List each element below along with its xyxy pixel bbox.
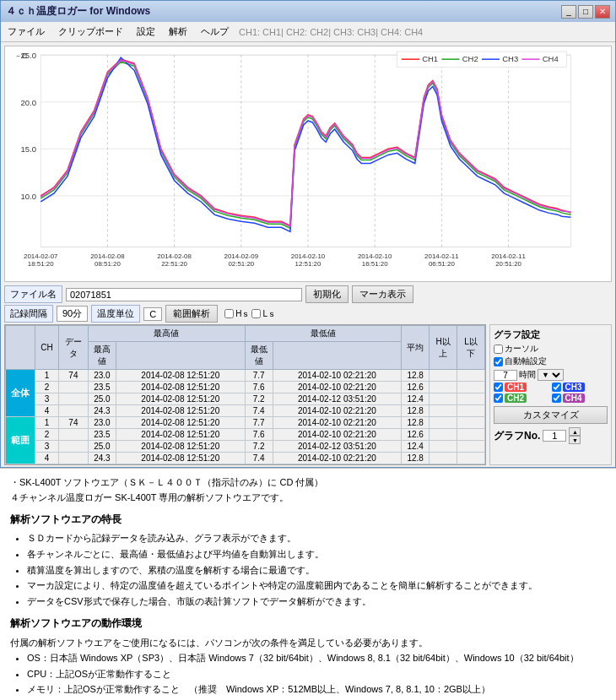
minimize-button[interactable]: _ <box>561 5 576 19</box>
menu-help[interactable]: ヘルプ <box>197 24 232 40</box>
ch-cell: 1 <box>35 370 59 382</box>
max-date-cell: 2014-02-08 12:51:20 <box>116 453 245 464</box>
svg-text:CH1: CH1 <box>422 55 438 63</box>
avg-cell: 12.6 <box>402 429 430 441</box>
max-col-header: 最高値 <box>89 326 246 342</box>
max-val-cell: 25.0 <box>89 441 116 453</box>
product-line1: ・SK-L400T ソフトウエア（ＳＫ－Ｌ４００Ｔ（指示計のみ）に CD 付属） <box>10 475 606 491</box>
ch2-checkbox[interactable] <box>494 393 503 403</box>
cursor-checkbox[interactable] <box>494 345 503 354</box>
max-date-header <box>116 342 245 370</box>
ch3-checkbox[interactable] <box>552 383 561 392</box>
graph-no-spinners[interactable]: ▲ ▼ <box>569 427 581 444</box>
analysis-button[interactable]: 範囲解析 <box>165 305 218 323</box>
h-label: Hｓ <box>235 308 250 320</box>
svg-text:2014-02-07: 2014-02-07 <box>24 252 58 260</box>
customize-button[interactable]: カスタマイズ <box>494 406 608 424</box>
features-list: ＳＤカードから記録データを読み込み、グラフ表示ができます。 各チャンネルごとに、… <box>27 531 606 609</box>
l-cell <box>457 382 485 393</box>
main-app: ファイル クリップボード 設定 解析 ヘルプ CH1: CH1| CH2: CH… <box>0 22 616 468</box>
hs-checkbox[interactable] <box>224 309 234 318</box>
svg-text:12:51:20: 12:51:20 <box>295 260 322 268</box>
interval-label: 記録間隔 <box>10 307 47 320</box>
data-cell <box>58 441 88 453</box>
cursor-row: カーソル <box>494 343 608 355</box>
menu-analysis[interactable]: 解析 <box>165 24 191 40</box>
data-cell <box>58 393 88 405</box>
auto-axis-checkbox[interactable] <box>494 357 503 366</box>
cursor-label: カーソル <box>505 343 538 355</box>
avg-col-header: 平均 <box>402 326 430 370</box>
h-cell <box>430 429 457 441</box>
h-cell <box>430 441 457 453</box>
menu-settings[interactable]: 設定 <box>133 24 159 40</box>
svg-text:10.0: 10.0 <box>20 193 35 201</box>
graph-no-up[interactable]: ▲ <box>569 427 581 436</box>
svg-text:06:51:20: 06:51:20 <box>429 260 455 268</box>
l-label: Lｓ <box>262 308 276 320</box>
data-cell <box>58 429 88 441</box>
window-controls[interactable]: _ □ ✕ <box>561 5 610 19</box>
graph-no-input[interactable] <box>543 430 566 442</box>
menu-clipboard[interactable]: クリップボード <box>55 24 127 40</box>
svg-text:CH3: CH3 <box>502 55 518 63</box>
maximize-button[interactable]: □ <box>578 5 593 19</box>
svg-text:18:51:20: 18:51:20 <box>28 260 54 268</box>
file-input[interactable] <box>66 288 302 301</box>
ch3-row: CH3 <box>552 383 608 392</box>
ch1-badge: CH1 <box>505 383 527 392</box>
max-val-cell: 24.3 <box>89 405 116 417</box>
ch-cell: 1 <box>35 417 59 429</box>
l-cell <box>457 429 485 441</box>
h-cell <box>430 393 457 405</box>
min-val-header: 最低値 <box>245 342 273 370</box>
menu-file[interactable]: ファイル <box>4 24 48 40</box>
avg-cell: 12.8 <box>402 417 430 429</box>
max-val-cell: 23.0 <box>89 417 116 429</box>
close-button[interactable]: ✕ <box>595 5 610 19</box>
init-button[interactable]: 初期化 <box>305 285 349 303</box>
svg-text:2014-02-10: 2014-02-10 <box>358 252 392 260</box>
svg-text:2014-02-11: 2014-02-11 <box>491 252 526 260</box>
chart-area: 25.0 －C 20.0 15.0 10.0 2014-02-07 18:51:… <box>4 46 612 282</box>
file-label: ファイル名 <box>10 288 57 301</box>
max-val-cell: 23.5 <box>89 382 116 393</box>
data-cell <box>58 382 88 393</box>
ch1-checkbox[interactable] <box>494 383 503 392</box>
svg-rect-1 <box>41 55 570 247</box>
ch4-checkbox[interactable] <box>552 393 561 403</box>
section-cell: 範囲 <box>6 417 35 464</box>
max-val-cell: 23.5 <box>89 429 116 441</box>
h-cell <box>430 417 457 429</box>
hours-input[interactable] <box>494 370 517 381</box>
max-date-cell: 2014-02-08 12:51:20 <box>116 441 245 453</box>
l-cell <box>457 405 485 417</box>
ls-checkbox[interactable] <box>251 309 261 318</box>
ch-cell: 2 <box>35 429 59 441</box>
min-date-cell: 2014-02-10 02:21:20 <box>273 429 402 441</box>
ch-cell: 3 <box>35 393 59 405</box>
interval-value: 90分 <box>57 306 88 322</box>
svg-text:CH4: CH4 <box>543 55 559 63</box>
channel-info: CH1: CH1| CH2: CH2| CH3: CH3| CH4: CH4 <box>239 27 423 37</box>
graph-no-down[interactable]: ▼ <box>569 436 581 444</box>
hours-select[interactable]: ▼ <box>538 369 564 381</box>
min-col-header: 最低値 <box>245 326 402 342</box>
window-titlebar: ４ｃｈ温度ロガー for Windows _ □ ✕ <box>0 0 616 22</box>
svg-text:08:51:20: 08:51:20 <box>95 260 121 268</box>
ch-checkboxes: CH1 CH3 CH2 CH4 <box>494 383 608 403</box>
chart-svg: 25.0 －C 20.0 15.0 10.0 2014-02-07 18:51:… <box>5 46 611 281</box>
svg-text:22:51:20: 22:51:20 <box>161 260 187 268</box>
feature-5: データをCSV形式で保存した場合、市販の表計算ソフトでデータ解析ができます。 <box>27 594 606 610</box>
min-val-cell: 7.4 <box>245 405 273 417</box>
h-cell <box>430 382 457 393</box>
min-val-cell: 7.6 <box>245 429 273 441</box>
min-val-cell: 7.2 <box>245 441 273 453</box>
hours-row: 時間 ▼ <box>494 369 608 381</box>
feature-2: 各チャンネルごとに、最高値・最低値および平均値を自動算出します。 <box>27 547 606 562</box>
graph-settings-title: グラフ設定 <box>494 328 608 341</box>
avg-cell: 12.4 <box>402 441 430 453</box>
marker-button[interactable]: マーカ表示 <box>352 285 413 303</box>
h-cell <box>430 405 457 417</box>
auto-axis-row: 自動軸設定 <box>494 355 608 367</box>
